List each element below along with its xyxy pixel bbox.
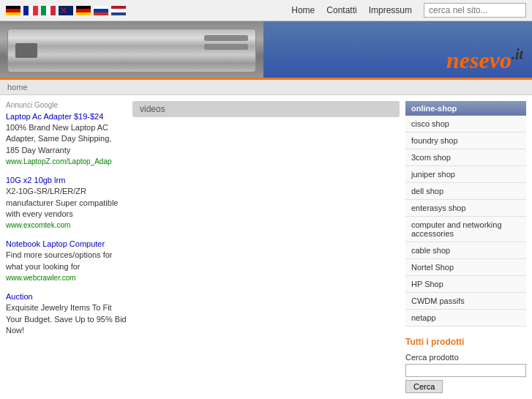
right-column-shop: online-shop cisco shop foundry shop 3com… xyxy=(405,101,526,399)
shop-item-juniper[interactable]: juniper shop xyxy=(405,166,526,183)
nav-contatti[interactable]: Contatti xyxy=(326,5,356,15)
ad-url-1: www.LaptopZ.com/Laptop_Adap xyxy=(6,157,127,165)
nav-home[interactable]: Home xyxy=(291,5,315,15)
ad-desc-2: X2-10G-SR/LR/ER/ZR manufacturer Super co… xyxy=(6,186,127,220)
flag-german2[interactable] xyxy=(76,6,91,15)
flag-italian[interactable] xyxy=(41,6,56,15)
cerca-prodotto-label: Cerca prodotto xyxy=(405,353,526,362)
ad-title-3[interactable]: Notebook Laptop Computer xyxy=(6,239,105,248)
shop-item-3com[interactable]: 3com shop xyxy=(405,149,526,166)
ad-block-1: Laptop Ac Adapter $19-$24 100% Brand New… xyxy=(6,112,127,165)
orange-line-divider xyxy=(0,78,532,80)
shop-item-cwdm[interactable]: CWDM passifs xyxy=(405,293,526,310)
ad-title-1[interactable]: Laptop Ac Adapter $19-$24 xyxy=(6,112,103,121)
cerca-button[interactable]: Cerca xyxy=(405,380,443,393)
flag-french[interactable] xyxy=(23,6,38,15)
site-header: nesevo.it xyxy=(0,21,532,80)
ad-desc-1: 100% Brand New Laptop AC Adapter, Same D… xyxy=(6,122,127,156)
main-layout: Annunci Google Laptop Ac Adapter $19-$24… xyxy=(0,95,532,399)
shop-item-nortel[interactable]: Nortel Shop xyxy=(405,259,526,276)
videos-header: videos xyxy=(132,101,400,117)
breadcrumb-home[interactable]: home xyxy=(7,83,28,92)
flag-dutch[interactable] xyxy=(111,6,126,15)
logo-suffix: .it xyxy=(512,46,523,62)
shop-item-cisco[interactable]: cisco shop xyxy=(405,116,526,133)
ad-title-4[interactable]: Auction xyxy=(6,292,33,301)
nav-impressum[interactable]: Impressum xyxy=(369,5,412,15)
logo-text: nesevo xyxy=(446,47,512,73)
site-logo[interactable]: nesevo.it xyxy=(446,46,523,74)
ad-desc-3: Find more sources/options for what your … xyxy=(6,250,127,272)
annunci-label: Annunci Google xyxy=(6,101,127,109)
top-bar: Home Contatti Impressum xyxy=(0,0,532,21)
search-input[interactable] xyxy=(424,3,526,18)
header-device-image xyxy=(0,21,263,80)
flag-russian[interactable] xyxy=(94,6,108,15)
network-device-image xyxy=(7,29,256,72)
ad-block-4: Auction Exquisite Jewelry Items To Fit Y… xyxy=(6,292,127,336)
shop-item-dell[interactable]: dell shop xyxy=(405,183,526,200)
ad-title-2[interactable]: 10G x2 10gb lrm xyxy=(6,176,65,184)
shop-item-computer-networking[interactable]: computer and networking accessories xyxy=(405,217,526,242)
online-shop-header: online-shop xyxy=(405,101,526,116)
tutti-prodotti-header: Tutti i prodotti xyxy=(405,335,526,348)
flag-german[interactable] xyxy=(6,6,20,15)
shop-item-hp[interactable]: HP Shop xyxy=(405,276,526,293)
shop-item-cable[interactable]: cable shop xyxy=(405,242,526,259)
ad-url-2: www.excomtek.com xyxy=(6,221,127,229)
nav-links: Home Contatti Impressum xyxy=(291,3,526,18)
ad-block-2: 10G x2 10gb lrm X2-10G-SR/LR/ER/ZR manuf… xyxy=(6,176,127,229)
center-column: videos xyxy=(132,101,400,123)
shop-item-foundry[interactable]: foundry shop xyxy=(405,133,526,149)
flag-english[interactable] xyxy=(59,6,73,15)
ad-desc-4: Exquisite Jewelry Items To Fit Your Budg… xyxy=(6,302,127,336)
language-flags xyxy=(6,6,126,15)
search-box xyxy=(424,3,526,18)
ad-url-3: www.webcrawler.com xyxy=(6,274,127,282)
shop-item-netapp[interactable]: netapp xyxy=(405,310,526,327)
shop-item-enterasys[interactable]: enterasys shop xyxy=(405,200,526,217)
ad-block-3: Notebook Laptop Computer Find more sourc… xyxy=(6,239,127,282)
breadcrumb: home xyxy=(0,80,532,95)
left-column-ads: Annunci Google Laptop Ac Adapter $19-$24… xyxy=(6,101,127,346)
cerca-prodotto-input[interactable] xyxy=(405,364,526,377)
